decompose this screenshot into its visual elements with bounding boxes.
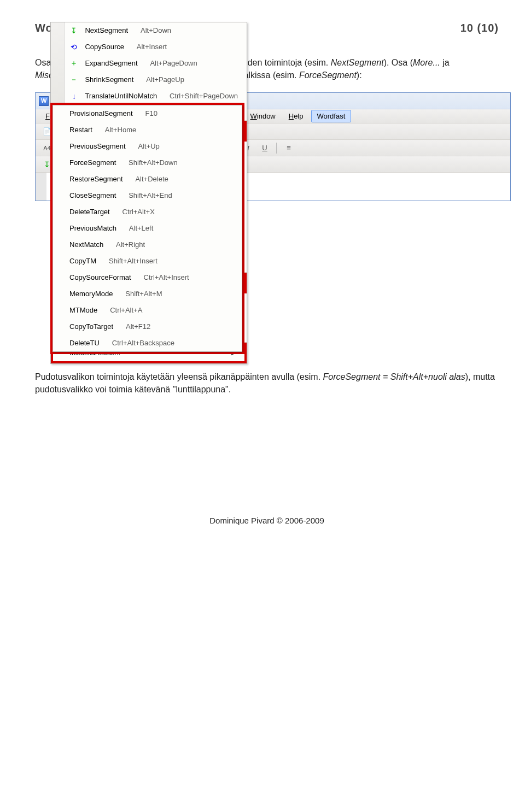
- menu-item-memorymode[interactable]: MemoryMode Shift+Alt+M: [53, 286, 242, 302]
- menu-item-expandsegment[interactable]: ＋ExpandSegment Alt+PageDown: [65, 55, 247, 72]
- expandsegment-icon: ＋: [67, 58, 80, 68]
- menu-item-closesegment[interactable]: CloseSegment Shift+Alt+End: [53, 187, 242, 204]
- menu-item-shortcut: Alt+Delete: [135, 175, 168, 183]
- menu-item-forcesegment[interactable]: ForceSegment Shift+Alt+Down: [53, 155, 242, 171]
- menu-item-restoresegment[interactable]: RestoreSegment Alt+Delete: [53, 171, 242, 187]
- menu-item-copysource[interactable]: ⟲CopySource Alt+Insert: [65, 39, 247, 55]
- copysource-icon: ⟲: [67, 43, 80, 51]
- menu-item-copysourceformat[interactable]: CopySourceFormat Ctrl+Alt+Insert: [53, 269, 242, 286]
- more-submenu: ProvisionalSegment F10Restart Alt+HomePr…: [52, 105, 242, 352]
- menu-item-provisionalsegment[interactable]: ProvisionalSegment F10: [53, 105, 242, 122]
- word-icon: [39, 96, 49, 106]
- menu-item-shortcut: Alt+Down: [141, 26, 171, 34]
- menu-item-label: CopySourceFormat: [69, 273, 131, 281]
- menu-item-label: DeleteTU: [69, 339, 100, 347]
- menu-item-shortcut: Alt+Home: [105, 126, 136, 134]
- menu-item-label: ExpandSegment: [85, 59, 137, 67]
- menu-item-nextsegment[interactable]: ↧NextSegment Alt+Down: [65, 22, 247, 39]
- menu-item-label: RestoreSegment: [69, 175, 123, 183]
- menu-item-shortcut: F10: [145, 109, 157, 117]
- menu-item-shortcut: Alt+Insert: [137, 43, 167, 51]
- menu-item-shortcut: Alt+PageUp: [146, 75, 184, 84]
- menu-item-shortcut: Shift+Alt+M: [125, 290, 162, 298]
- menu-item-shortcut: Shift+Alt+End: [129, 191, 172, 199]
- footer: Dominique Pivard © 2006-2009: [35, 516, 499, 525]
- menu-item-label: ProvisionalSegment: [69, 109, 133, 117]
- menu-item-label: CopySource: [85, 43, 124, 51]
- outro-paragraph: Pudotusvalikon toimintoja käytetään ylee…: [35, 370, 499, 396]
- menu-item-mtmode[interactable]: MTMode Ctrl+Alt+A: [53, 302, 242, 319]
- menu-item-shortcut: Ctrl+Alt+Insert: [144, 273, 189, 281]
- menu-item-previoussegment[interactable]: PreviousSegment Alt+Up: [53, 138, 242, 155]
- menu-item-shrinksegment[interactable]: －ShrinkSegment Alt+PageUp: [65, 72, 247, 88]
- menu-item-label: ForceSegment: [69, 158, 116, 167]
- menu-item-shortcut: Ctrl+Alt+A: [110, 306, 142, 314]
- menu-item-copytotarget[interactable]: CopyToTarget Alt+F12: [53, 319, 242, 335]
- shrinksegment-icon: －: [67, 75, 80, 85]
- menu-item-nextmatch[interactable]: NextMatch Alt+Right: [53, 237, 242, 253]
- menu-item-shortcut: Shift+Alt+Down: [129, 158, 178, 167]
- menu-item-label: MemoryMode: [69, 290, 113, 298]
- menu-item-label: ShrinkSegment: [85, 75, 133, 84]
- menu-item-label: DeleteTarget: [69, 208, 110, 216]
- menu-item-deletetarget[interactable]: DeleteTarget Ctrl+Alt+X: [53, 204, 242, 220]
- menu-item-label: NextMatch: [69, 240, 103, 249]
- menu-item-shortcut: Alt+Up: [138, 142, 159, 150]
- menu-item-copytm[interactable]: CopyTM Shift+Alt+Insert: [53, 253, 242, 269]
- menu-item-label: MTMode: [69, 306, 97, 314]
- menu-item-label: CloseSegment: [69, 191, 116, 199]
- menu-item-label: NextSegment: [85, 26, 128, 34]
- menu-item-previousmatch[interactable]: PreviousMatch Alt+Left: [53, 220, 242, 237]
- nextsegment-icon: ↧: [67, 26, 80, 35]
- menu-item-shortcut: Alt+PageDown: [150, 59, 197, 67]
- menu-item-shortcut: Alt+Left: [129, 224, 153, 232]
- menu-item-shortcut: Alt+Right: [116, 240, 145, 249]
- menu-item-deletetu[interactable]: DeleteTU Ctrl+Alt+Backspace: [53, 335, 242, 351]
- menu-item-label: Restart: [69, 126, 92, 134]
- menu-item-label: CopyToTarget: [69, 322, 113, 331]
- menu-item-label: CopyTM: [69, 257, 96, 265]
- menu-item-label: PreviousSegment: [69, 142, 126, 150]
- menu-item-shortcut: Shift+Alt+Insert: [109, 257, 158, 265]
- menu-item-label: PreviousMatch: [69, 224, 116, 232]
- menu-item-shortcut: Ctrl+Alt+Backspace: [112, 339, 174, 347]
- menu-item-restart[interactable]: Restart Alt+Home: [53, 122, 242, 138]
- screenshot: Document2 - Microsoft Word File Edit Vie…: [35, 92, 499, 354]
- menu-item-shortcut: Ctrl+Alt+X: [122, 208, 155, 216]
- menu-item-shortcut: Alt+F12: [126, 322, 150, 331]
